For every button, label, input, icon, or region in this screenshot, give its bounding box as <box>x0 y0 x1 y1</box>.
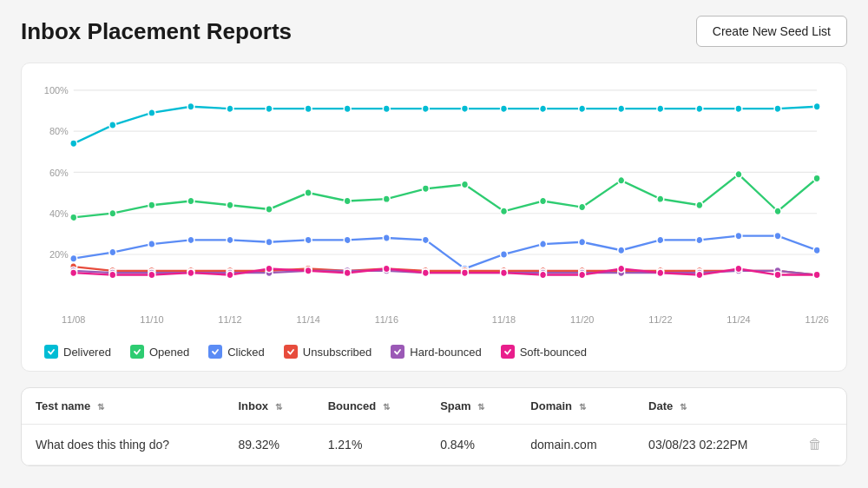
svg-point-35 <box>657 105 664 113</box>
svg-point-52 <box>540 197 547 205</box>
sort-icon-inbox: ⇅ <box>275 402 282 412</box>
cell-delete[interactable]: 🗑 <box>794 425 846 465</box>
legend-label: Hard-bounced <box>410 346 481 359</box>
svg-point-64 <box>227 236 233 244</box>
table-row: What does this thing do? 89.32% 1.21% 0.… <box>22 425 846 465</box>
svg-point-61 <box>109 248 116 256</box>
col-bounced[interactable]: Bounced ⇅ <box>314 388 427 425</box>
svg-text:11/08: 11/08 <box>62 314 85 325</box>
legend-label: Clicked <box>227 346 265 359</box>
svg-text:11/14: 11/14 <box>296 314 319 325</box>
svg-point-137 <box>735 265 742 273</box>
legend-check-1 <box>130 345 144 359</box>
svg-point-76 <box>696 236 703 244</box>
svg-point-28 <box>383 105 390 113</box>
svg-point-135 <box>657 269 664 277</box>
svg-point-128 <box>383 265 390 273</box>
cell-bounced: 1.21% <box>314 425 427 465</box>
svg-text:80%: 80% <box>49 126 69 136</box>
svg-point-22 <box>148 109 155 117</box>
svg-point-48 <box>383 195 390 203</box>
svg-point-136 <box>696 271 703 279</box>
svg-point-53 <box>579 203 586 211</box>
svg-point-55 <box>657 195 664 203</box>
cell-domain: domain.com <box>516 425 635 465</box>
table-body: What does this thing do? 89.32% 1.21% 0.… <box>22 425 846 465</box>
cell-date: 03/08/23 02:22PM <box>635 425 794 465</box>
svg-point-72 <box>540 241 547 248</box>
chart-legend: Delivered Opened Clicked Unsubscribed Ha… <box>37 334 831 362</box>
svg-point-33 <box>579 105 586 113</box>
svg-point-71 <box>501 251 508 259</box>
legend-label: Soft-bounced <box>520 346 587 359</box>
legend-check-2 <box>208 345 222 359</box>
svg-text:11/10: 11/10 <box>140 314 163 325</box>
svg-point-122 <box>148 271 155 279</box>
legend-item-clicked: Clicked <box>208 345 265 359</box>
svg-point-74 <box>618 247 625 254</box>
svg-point-77 <box>735 232 742 240</box>
svg-point-139 <box>813 271 820 279</box>
svg-point-79 <box>813 247 820 254</box>
svg-point-68 <box>383 234 390 242</box>
sort-icon-spam: ⇅ <box>477 402 484 412</box>
svg-point-73 <box>579 238 586 246</box>
line-chart: 100%80%60%40%20%11/0811/1011/1211/1411/1… <box>37 79 831 331</box>
delete-icon[interactable]: 🗑 <box>808 437 822 452</box>
svg-text:60%: 60% <box>49 167 69 177</box>
svg-text:11/20: 11/20 <box>570 314 594 325</box>
svg-point-43 <box>187 197 194 205</box>
svg-point-134 <box>618 265 625 273</box>
table-card: Test name ⇅ Inbox ⇅ Bounced ⇅ Spam ⇅ <box>21 387 847 466</box>
svg-point-20 <box>70 140 77 148</box>
legend-label: Delivered <box>63 346 111 359</box>
svg-point-37 <box>735 105 742 113</box>
svg-point-124 <box>227 271 233 279</box>
sort-icon-date: ⇅ <box>680 402 687 412</box>
col-domain[interactable]: Domain ⇅ <box>516 388 635 425</box>
svg-point-25 <box>266 105 273 113</box>
legend-check-4 <box>391 345 404 359</box>
svg-text:11/26: 11/26 <box>805 314 828 325</box>
svg-point-120 <box>70 269 77 277</box>
col-inbox[interactable]: Inbox ⇅ <box>224 388 313 425</box>
col-spam[interactable]: Spam ⇅ <box>426 388 516 425</box>
sort-icon-test-name: ⇅ <box>97 402 104 412</box>
svg-point-69 <box>422 236 429 244</box>
svg-point-62 <box>148 241 155 248</box>
svg-point-57 <box>735 170 742 178</box>
svg-point-47 <box>344 197 351 205</box>
legend-label: Unsubscribed <box>303 346 372 359</box>
svg-point-49 <box>422 185 429 193</box>
legend-item-opened: Opened <box>130 345 189 359</box>
sort-icon-domain: ⇅ <box>579 402 586 412</box>
legend-item-unsubscribed: Unsubscribed <box>284 345 372 359</box>
svg-point-63 <box>187 236 194 244</box>
svg-point-27 <box>344 105 351 113</box>
legend-check-5 <box>501 345 515 359</box>
svg-point-78 <box>774 232 781 240</box>
col-date[interactable]: Date ⇅ <box>635 388 794 425</box>
svg-point-45 <box>266 206 273 214</box>
svg-point-40 <box>70 214 77 221</box>
svg-point-59 <box>813 175 820 182</box>
svg-text:11/22: 11/22 <box>648 314 672 325</box>
page-container: Inbox Placement Reports Create New Seed … <box>0 0 868 482</box>
svg-point-125 <box>266 265 273 273</box>
svg-point-41 <box>109 209 116 217</box>
svg-point-50 <box>461 181 468 188</box>
svg-point-123 <box>187 269 194 277</box>
page-header: Inbox Placement Reports Create New Seed … <box>21 16 847 47</box>
create-seed-list-button[interactable]: Create New Seed List <box>696 16 847 47</box>
legend-item-delivered: Delivered <box>44 345 111 359</box>
svg-point-138 <box>774 271 781 279</box>
col-actions <box>794 388 846 425</box>
svg-point-31 <box>501 105 508 113</box>
svg-point-58 <box>774 208 781 215</box>
cell-spam: 0.84% <box>426 425 516 465</box>
svg-point-26 <box>305 105 312 113</box>
col-test-name[interactable]: Test name ⇅ <box>22 388 224 425</box>
cell-inbox: 89.32% <box>224 425 313 465</box>
svg-point-24 <box>227 105 233 113</box>
svg-point-133 <box>579 271 586 279</box>
